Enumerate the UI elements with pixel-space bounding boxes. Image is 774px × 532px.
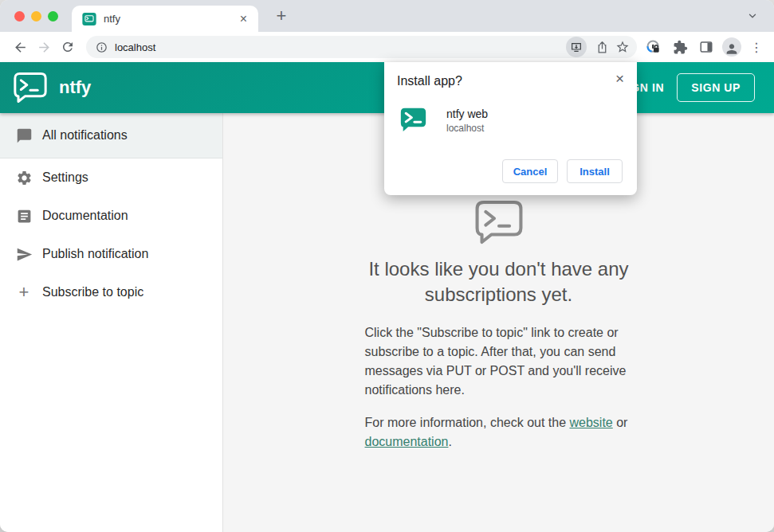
password-manager-extension-icon[interactable] <box>643 37 664 57</box>
gear-icon <box>14 170 33 186</box>
tab-title: ntfy <box>104 13 237 25</box>
more-info-middle: or <box>613 416 628 429</box>
plus-icon: + <box>14 284 33 300</box>
more-info-prefix: For more information, check out the <box>365 416 570 429</box>
sidebar: All notifications Settings Documentation… <box>0 113 223 532</box>
extensions-puzzle-icon[interactable] <box>670 37 690 57</box>
documentation-link[interactable]: documentation <box>365 435 449 448</box>
bookmark-star-icon[interactable] <box>612 37 633 57</box>
site-info-icon[interactable] <box>96 41 108 53</box>
empty-state-paragraph: Click the "Subscribe to topic" link to c… <box>365 323 633 400</box>
sidebar-item-settings[interactable]: Settings <box>0 158 222 197</box>
share-icon[interactable] <box>591 37 612 57</box>
ntfy-terminal-icon <box>365 199 633 245</box>
sidebar-item-subscribe-to-topic[interactable]: + Subscribe to topic <box>0 273 222 311</box>
forward-button[interactable] <box>33 37 54 57</box>
sidebar-item-all-notifications[interactable]: All notifications <box>0 113 222 158</box>
ntfy-app-icon <box>399 106 428 135</box>
more-info-suffix: . <box>448 435 451 448</box>
tab-favicon-icon <box>82 12 96 26</box>
empty-state-heading: It looks like you don't have any subscri… <box>365 256 633 308</box>
tab-search-chevron-icon[interactable] <box>747 10 758 22</box>
article-icon <box>14 208 33 225</box>
tab-strip: ntfy × + <box>0 0 774 32</box>
sign-up-button[interactable]: SIGN UP <box>677 73 755 102</box>
install-app-dialog: Install app? × ntfy web localhost Cancel… <box>384 62 637 195</box>
extensions-area: ⋮ <box>643 37 766 57</box>
app-title: ntfy <box>59 77 91 98</box>
install-app-omnibox-button[interactable] <box>566 37 587 57</box>
sidebar-item-publish-notification[interactable]: Publish notification <box>0 235 222 273</box>
dialog-app-name: ntfy web <box>446 108 488 120</box>
browser-tab-ntfy[interactable]: ntfy × <box>72 6 258 32</box>
sidebar-item-documentation[interactable]: Documentation <box>0 197 222 235</box>
browser-window: ntfy × + localhost <box>0 0 774 532</box>
back-button[interactable] <box>10 37 30 57</box>
dialog-title: Install app? <box>397 74 462 88</box>
side-panel-icon[interactable] <box>696 37 717 57</box>
website-link[interactable]: website <box>570 416 613 429</box>
dialog-actions: Cancel Install <box>502 159 623 183</box>
window-zoom-button[interactable] <box>48 11 58 22</box>
address-bar[interactable]: localhost <box>86 36 637 58</box>
reload-button[interactable] <box>57 37 78 57</box>
sidebar-item-label: Settings <box>42 170 88 185</box>
sidebar-item-label: Documentation <box>42 209 128 223</box>
window-close-button[interactable] <box>14 11 25 22</box>
window-controls <box>14 11 58 22</box>
dialog-close-icon[interactable]: × <box>612 67 627 91</box>
cancel-button[interactable]: Cancel <box>502 159 558 183</box>
window-minimize-button[interactable] <box>31 11 41 22</box>
browser-menu-icon[interactable]: ⋮ <box>747 40 766 55</box>
ntfy-logo-icon <box>13 72 48 104</box>
sidebar-item-label: All notifications <box>42 128 128 143</box>
tab-close-icon[interactable]: × <box>237 12 250 26</box>
url-text[interactable]: localhost <box>115 41 566 53</box>
dialog-app-origin: localhost <box>446 123 484 134</box>
sidebar-item-label: Publish notification <box>42 247 148 261</box>
more-info-paragraph: For more information, check out the webs… <box>365 413 633 452</box>
sidebar-item-label: Subscribe to topic <box>42 285 143 299</box>
new-tab-button[interactable]: + <box>271 6 292 26</box>
profile-avatar[interactable] <box>722 37 741 57</box>
install-button[interactable]: Install <box>567 159 623 183</box>
chat-icon <box>14 127 33 144</box>
browser-toolbar: localhost <box>0 32 774 62</box>
send-icon <box>14 246 33 263</box>
